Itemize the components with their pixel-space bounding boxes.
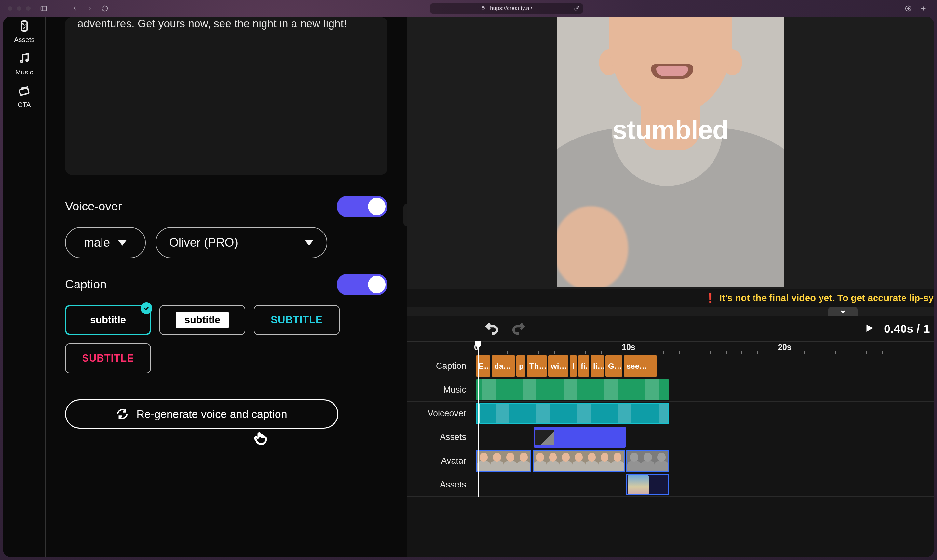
voice-name-select[interactable]: Oliver (PRO) (156, 227, 327, 258)
warning-icon: ❗ (704, 292, 716, 303)
track-avatar[interactable] (472, 449, 934, 473)
voiceover-clip[interactable] (476, 403, 669, 424)
lock-icon (481, 6, 485, 11)
caption-toggle[interactable] (337, 274, 387, 295)
caption-segment[interactable]: p (516, 355, 526, 377)
chevron-down-icon (305, 240, 314, 246)
music-clip[interactable] (476, 379, 669, 400)
svg-rect-0 (41, 6, 46, 11)
caption-style-3[interactable]: SUBTITLE (254, 305, 340, 335)
svg-rect-2 (482, 8, 484, 9)
caption-label: Caption (65, 278, 107, 291)
warning-banner: ❗ It's not the final video yet. To get a… (407, 289, 934, 307)
music-icon (18, 52, 31, 65)
caption-style-2[interactable]: subtitle (159, 305, 245, 335)
svg-rect-13 (19, 88, 29, 95)
caption-segment[interactable]: fi. (578, 355, 589, 377)
preview-stage: stumbled (407, 17, 934, 289)
max-dot[interactable] (26, 6, 31, 11)
track-caption[interactable]: E…da…pTh…wi…Ifi.li…G…see… (472, 354, 934, 378)
caption-style-text: subtitle (90, 314, 126, 326)
new-tab-icon[interactable] (917, 3, 929, 14)
track-label-music: Music (407, 378, 472, 402)
warning-text: It's not the final video yet. To get acc… (719, 293, 934, 303)
url-bar[interactable]: https://creatify.ai/ (430, 3, 583, 14)
sidebar-label: Assets (14, 36, 34, 43)
min-dot[interactable] (17, 6, 22, 11)
regenerate-button[interactable]: Re-generate voice and caption (65, 399, 338, 429)
caption-style-text: subtitle (176, 312, 229, 328)
track-label-assets2: Assets (407, 473, 472, 497)
svg-rect-7 (22, 21, 27, 31)
check-icon (140, 302, 152, 314)
asset-thumbnail (535, 429, 554, 445)
forward-icon (84, 3, 96, 14)
undo-button[interactable] (484, 321, 499, 337)
track-label-avatar: Avatar (407, 449, 472, 473)
chevron-down-icon (118, 240, 127, 246)
caption-segment[interactable]: see… (624, 355, 657, 377)
caption-segment[interactable]: I (570, 355, 577, 377)
play-button[interactable] (864, 323, 875, 335)
reload-icon[interactable] (99, 3, 111, 14)
caption-segment[interactable]: da… (492, 355, 515, 377)
caption-style-4[interactable]: SUBTITLE (65, 343, 151, 373)
sidebar-item-cta[interactable]: CTA (18, 85, 31, 109)
svg-point-10 (23, 27, 24, 28)
sidebar-item-assets[interactable]: Assets (14, 20, 34, 43)
caption-style-text: SUBTITLE (271, 314, 323, 326)
caption-segment[interactable]: wi… (548, 355, 569, 377)
svg-marker-15 (867, 325, 873, 332)
track-label-assets: Assets (407, 425, 472, 449)
caption-segment[interactable]: li… (590, 355, 604, 377)
avatar-clip[interactable] (626, 451, 669, 472)
avatar-clip[interactable] (476, 451, 531, 472)
preview-caption-word: stumbled (557, 114, 784, 145)
svg-point-8 (23, 24, 23, 25)
voice-name-value: Oliver (PRO) (169, 236, 238, 249)
sidebar-label: CTA (18, 101, 31, 109)
back-icon[interactable] (69, 3, 81, 14)
cursor-icon (253, 430, 268, 448)
close-dot[interactable] (8, 6, 12, 11)
timeline-ruler[interactable]: 0 10s 20s (472, 342, 934, 354)
svg-point-11 (20, 60, 23, 62)
ruler-tick-10: 10s (622, 342, 635, 352)
share-icon[interactable] (574, 5, 580, 12)
cta-icon (18, 85, 31, 98)
asset-clip[interactable] (626, 474, 669, 495)
voice-gender-value: male (84, 236, 110, 249)
voiceover-label: Voice-over (65, 200, 122, 213)
downloads-icon[interactable] (903, 3, 914, 14)
track-assets2[interactable] (472, 473, 934, 497)
time-display: 0.40s / 1 (884, 322, 930, 335)
caption-segment[interactable]: Th… (527, 355, 547, 377)
track-voiceover[interactable] (472, 402, 934, 425)
assets-icon (18, 20, 31, 32)
voiceover-toggle[interactable] (337, 196, 387, 217)
url-text: https://creatify.ai/ (490, 6, 532, 11)
caption-segment[interactable]: G… (606, 355, 623, 377)
cycle-icon (116, 408, 128, 420)
asset-thumbnail (627, 475, 649, 494)
script-text: adventures. Get yours now, see the night… (77, 17, 375, 31)
caption-style-text: SUBTITLE (82, 352, 134, 364)
ruler-tick-20: 20s (778, 342, 792, 352)
sidebar-item-music[interactable]: Music (15, 52, 33, 76)
timeline-collapse-button[interactable] (828, 307, 858, 316)
track-music[interactable] (472, 378, 934, 402)
svg-point-12 (26, 59, 28, 62)
voice-gender-select[interactable]: male (65, 227, 146, 258)
video-preview[interactable]: stumbled (557, 17, 784, 288)
caption-style-1[interactable]: subtitle (65, 305, 151, 335)
playhead[interactable] (478, 342, 479, 497)
window-controls[interactable] (8, 6, 31, 11)
track-assets[interactable] (472, 425, 934, 449)
avatar-clip[interactable] (533, 451, 625, 472)
sidebar: Assets Music CTA (3, 17, 46, 557)
script-textarea[interactable]: adventures. Get yours now, see the night… (65, 17, 387, 175)
asset-clip[interactable] (534, 427, 626, 448)
left-panel: adventures. Get yours now, see the night… (46, 17, 407, 557)
sidebar-toggle-icon[interactable] (38, 3, 49, 14)
timeline: 0.40s / 1 Caption Music Voiceover Assets… (407, 316, 934, 557)
